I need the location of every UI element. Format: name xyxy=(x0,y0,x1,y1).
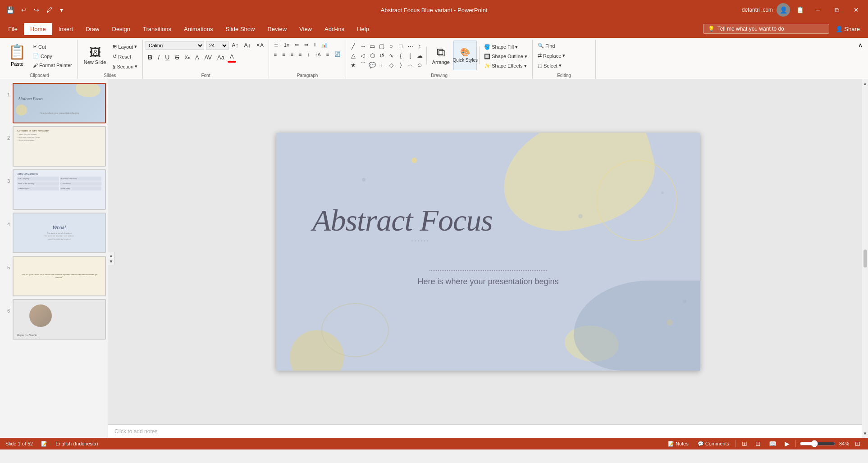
font-increase-button[interactable]: A↑ xyxy=(229,41,241,50)
justify-button[interactable]: ≡ xyxy=(297,50,304,59)
slide-thumb-5[interactable]: 5 "This is a quote, words full of wisdom… xyxy=(2,256,106,296)
menu-addins[interactable]: Add-ins xyxy=(318,23,351,35)
reset-button[interactable]: ↺ Reset xyxy=(110,52,140,61)
text-direction-button[interactable]: ↕A xyxy=(313,50,323,59)
cut-button[interactable]: ✂ Cut xyxy=(31,42,74,51)
numbering-button[interactable]: 1≡ xyxy=(282,41,292,49)
slide-sorter-button[interactable]: ⊟ xyxy=(753,439,763,448)
slide-thumb-2[interactable]: 2 Contents of This Template — Here you c… xyxy=(2,126,106,167)
strikethrough-button[interactable]: S xyxy=(173,52,181,62)
comments-button[interactable]: 💬 Comments xyxy=(695,440,732,448)
format-painter-button[interactable]: 🖌 Format Painter xyxy=(31,61,74,69)
copy-button[interactable]: 📄 Copy xyxy=(31,52,74,60)
replace-button[interactable]: ⇄ Replace ▾ xyxy=(535,51,567,60)
redo-button[interactable]: ↪ xyxy=(31,5,42,14)
font-family-select[interactable]: Calibri xyxy=(146,41,204,50)
slide-thumb-img-2[interactable]: Contents of This Template — Here you can… xyxy=(13,126,106,167)
slide-thumb-img-5[interactable]: "This is a quote, words full of wisdom t… xyxy=(13,256,106,296)
shape-callout[interactable]: 💬 xyxy=(368,60,377,69)
decrease-indent-button[interactable]: ⇐ xyxy=(292,41,301,49)
scroll-top-button[interactable]: ▲ xyxy=(862,80,868,87)
section-button[interactable]: § Section ▾ xyxy=(110,62,140,71)
menu-file[interactable]: File xyxy=(2,23,24,35)
notes-button[interactable]: 📝 Notes xyxy=(665,440,691,448)
avatar[interactable]: 👤 xyxy=(777,3,790,17)
shape-wave[interactable]: ∿ xyxy=(387,51,396,60)
columns-button[interactable]: ⫴ xyxy=(311,41,318,49)
save-button[interactable]: 💾 xyxy=(4,5,17,14)
font-decrease-button[interactable]: A↓ xyxy=(242,41,253,50)
shape-line[interactable]: ╱ xyxy=(349,41,358,50)
shape-chevron[interactable]: ⟩ xyxy=(396,60,405,69)
font-color-button[interactable]: A xyxy=(228,52,236,63)
slide-thumb-1[interactable]: 1 Abstract Focus Here is where your pres… xyxy=(2,83,106,123)
shape-rounded-rect[interactable]: ▢ xyxy=(377,41,386,50)
menu-help[interactable]: Help xyxy=(351,23,375,35)
shape-rect[interactable]: ▭ xyxy=(368,41,377,50)
shape-curved-arrow[interactable]: ↺ xyxy=(377,51,386,60)
slide-thumb-img-4[interactable]: Whoa! This quote is fun full of wisdomth… xyxy=(13,213,106,253)
notes-placeholder[interactable]: Click to add notes xyxy=(114,428,157,435)
align-text-button[interactable]: ≡ xyxy=(324,50,331,59)
menu-transitions[interactable]: Transitions xyxy=(137,23,178,35)
arrange-button[interactable]: ⧉ Arrange xyxy=(429,41,452,70)
slide-notes-indicator[interactable]: 📝 xyxy=(38,440,50,448)
slide-thumb-3[interactable]: 3 Table of Contents The Company Business… xyxy=(2,169,106,210)
menu-review[interactable]: Review xyxy=(261,23,293,35)
shape-box[interactable]: □ xyxy=(396,41,405,50)
slide-canvas[interactable]: Abstract Focus Here is where your presen… xyxy=(276,133,700,371)
shape-arc[interactable]: ⌢ xyxy=(406,60,415,69)
scroll-bottom-button[interactable]: ▼ xyxy=(862,430,868,437)
shape-bracket[interactable]: [ xyxy=(406,51,415,60)
bullets-button[interactable]: ☰ xyxy=(272,41,281,49)
paste-button[interactable]: 📋 Paste xyxy=(5,41,30,68)
menu-design[interactable]: Design xyxy=(106,23,137,35)
shape-scroll[interactable]: ↕ xyxy=(415,41,424,50)
layout-button[interactable]: ⊞ Layout ▾ xyxy=(110,42,140,51)
menu-animations[interactable]: Animations xyxy=(178,23,219,35)
smart-art-button[interactable]: 📊 xyxy=(319,41,330,49)
shape-rtriangle[interactable]: ◁ xyxy=(358,51,367,60)
shape-curved-line[interactable]: ⌒ xyxy=(358,60,367,69)
shape-cloud[interactable]: ☁ xyxy=(415,51,424,60)
menu-slideshow[interactable]: Slide Show xyxy=(219,23,261,35)
shape-star[interactable]: ★ xyxy=(349,60,358,69)
subscript-button[interactable]: X₂ xyxy=(183,53,192,62)
bold-button[interactable]: B xyxy=(146,52,155,62)
underline-button[interactable]: U xyxy=(163,52,172,62)
shape-arrow[interactable]: → xyxy=(358,41,367,50)
align-right-button[interactable]: ≡ xyxy=(288,50,296,59)
font-size-select[interactable]: 24 xyxy=(206,41,228,50)
shape-pentagon[interactable]: ⬠ xyxy=(368,51,377,60)
scroll-down-button[interactable]: ▼ xyxy=(109,259,114,264)
slide-thumb-6[interactable]: 6 Maybe You Need to xyxy=(2,299,106,340)
slide-thumb-img-3[interactable]: Table of Contents The Company Business O… xyxy=(13,169,106,210)
slide-thumb-img-1[interactable]: Abstract Focus Here is where your presen… xyxy=(13,83,106,123)
notes-area[interactable]: Click to add notes xyxy=(108,424,868,438)
shape-diamond[interactable]: ◇ xyxy=(387,60,396,69)
close-button[interactable]: ✕ xyxy=(848,5,864,15)
minimize-button[interactable]: ─ xyxy=(810,5,826,15)
ribbon-collapse-button[interactable]: ∧ xyxy=(854,40,866,50)
change-case-button[interactable]: Aa xyxy=(215,53,227,62)
menu-draw[interactable]: Draw xyxy=(79,23,105,35)
undo-button[interactable]: ↩ xyxy=(18,5,29,14)
increase-indent-button[interactable]: ⇒ xyxy=(302,41,311,49)
slide-thumb-4[interactable]: 4 Whoa! This quote is fun full of wisdom… xyxy=(2,213,106,253)
vertical-scrollbar[interactable]: ▲ ▼ xyxy=(862,79,868,438)
ribbon-display[interactable]: 📋 xyxy=(794,5,807,14)
slide-thumb-img-6[interactable]: Maybe You Need to xyxy=(13,299,106,340)
line-spacing-button[interactable]: ↕ xyxy=(305,50,312,59)
normal-view-button[interactable]: ⊞ xyxy=(740,439,749,448)
reading-view-button[interactable]: 📖 xyxy=(767,439,779,448)
shape-smiley[interactable]: ☺ xyxy=(415,60,424,69)
select-button[interactable]: ⬚ Select ▾ xyxy=(535,61,567,70)
quick-access-more[interactable]: ▾ xyxy=(57,5,66,14)
shape-triangle[interactable]: △ xyxy=(349,51,358,60)
shape-fill-button[interactable]: 🪣 Shape Fill ▾ xyxy=(482,43,530,51)
find-button[interactable]: 🔍 Find xyxy=(535,41,567,50)
scroll-thumb[interactable] xyxy=(863,250,867,268)
italic-button[interactable]: I xyxy=(155,52,162,62)
restore-button[interactable]: ⧉ xyxy=(829,5,845,16)
shape-oval[interactable]: ○ xyxy=(387,41,396,50)
